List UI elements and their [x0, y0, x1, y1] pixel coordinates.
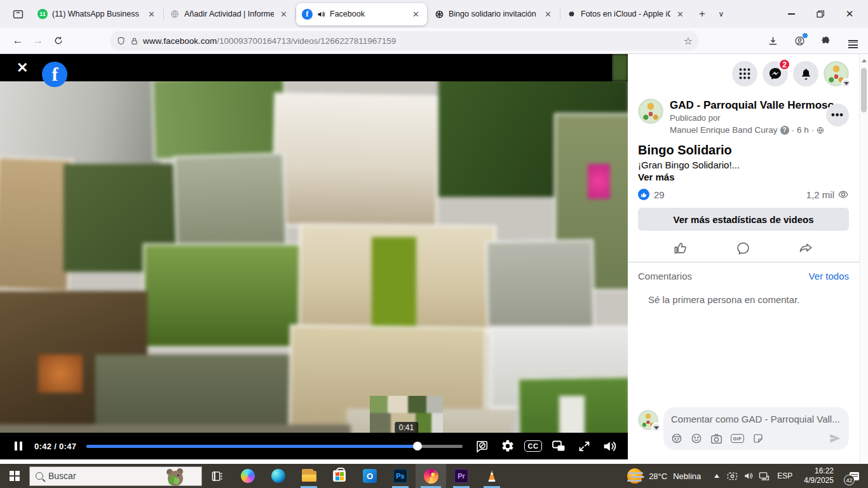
task-view-button[interactable] [202, 464, 233, 488]
tab-close-icon[interactable]: ✕ [146, 8, 157, 20]
menu-icon[interactable] [843, 31, 863, 50]
facebook-logo[interactable]: f [42, 62, 67, 87]
comments-empty-text: Sé la primera persona en comentar. [628, 281, 859, 305]
post-body: ¡Gran Bingo Solidario!... [638, 159, 849, 170]
volume-icon[interactable] [600, 437, 619, 456]
tab-close-icon[interactable]: ✕ [675, 8, 686, 20]
video-collage[interactable] [0, 81, 628, 433]
author-name[interactable]: Manuel Enrique Band Curay [670, 125, 778, 136]
edge-button[interactable] [263, 464, 294, 488]
comments-disabled-icon[interactable] [473, 437, 492, 456]
bookmark-star-icon[interactable]: ☆ [684, 35, 693, 47]
taskbar-clock[interactable]: 16:22 4/9/2025 [797, 466, 840, 485]
tray-expand-chevron[interactable] [709, 464, 724, 488]
messenger-badge: 2 [778, 58, 790, 71]
taskbar-search[interactable]: Buscar [29, 466, 202, 486]
post-time[interactable]: 6 h [797, 125, 809, 136]
share-button[interactable] [799, 241, 813, 255]
forward-button[interactable]: → [28, 31, 48, 50]
gif-icon[interactable]: GIF [731, 434, 744, 443]
lock-icon[interactable] [130, 37, 139, 46]
language-indicator[interactable]: ESP [772, 471, 797, 480]
microsoft-store-button[interactable] [324, 464, 355, 488]
tab-informes[interactable]: Añadir Actividad | Informes Mens ✕ [164, 3, 295, 25]
tab-audio-icon[interactable] [317, 10, 325, 18]
comment-button[interactable] [736, 241, 750, 255]
firefox-view-icon[interactable] [8, 4, 28, 24]
extensions-icon[interactable] [816, 31, 836, 50]
reactions-row: 29 1,2 mil [638, 189, 849, 200]
notification-center-button[interactable]: 42 [840, 464, 868, 488]
reload-button[interactable] [48, 31, 69, 50]
picture-in-picture-icon[interactable] [549, 437, 568, 456]
file-explorer-button[interactable] [294, 464, 324, 488]
sticker-icon[interactable] [752, 433, 764, 444]
window-close-button[interactable]: ✕ [835, 1, 864, 27]
downloads-icon[interactable] [763, 31, 783, 50]
like-reaction-icon[interactable] [638, 189, 649, 200]
post-more-options-button[interactable]: ••• [826, 104, 849, 126]
emoji-icon[interactable] [691, 433, 702, 444]
url-text: www.facebook.com/100093700164713/videos/… [143, 36, 679, 46]
search-highlight-bear[interactable] [166, 468, 185, 486]
settings-gear-icon[interactable] [498, 437, 517, 456]
like-count[interactable]: 29 [654, 189, 665, 200]
tab-close-icon[interactable]: ✕ [278, 8, 289, 20]
page-scrollbar[interactable] [859, 54, 868, 464]
scrollbar-thumb[interactable] [861, 68, 867, 112]
like-button[interactable] [674, 241, 688, 255]
url-field[interactable]: www.facebook.com/100093700164713/videos/… [110, 31, 699, 51]
avatar-sticker-icon[interactable] [671, 433, 682, 444]
messenger-icon[interactable]: 2 [763, 61, 788, 86]
comment-input[interactable]: Comentar como GAD - Parroquial Vall... G… [663, 407, 849, 450]
page-avatar[interactable] [638, 98, 663, 124]
tab-close-icon[interactable]: ✕ [543, 8, 553, 20]
see-all-comments-link[interactable]: Ver todos [809, 271, 849, 281]
post-title: Bingo Solidario [638, 143, 849, 158]
scroll-up-arrow[interactable] [862, 59, 867, 62]
comment-composer: Comentar como GAD - Parroquial Vall... G… [628, 407, 859, 464]
window-restore-button[interactable] [806, 1, 835, 27]
see-more-link[interactable]: Ver más [638, 172, 849, 182]
shield-icon[interactable] [116, 36, 126, 46]
tab-list-dropdown-icon[interactable]: ∨ [712, 4, 731, 24]
vlc-button[interactable] [477, 464, 507, 488]
notifications-bell-icon[interactable] [793, 61, 818, 86]
tab-label: Añadir Actividad | Informes Mens [184, 10, 274, 18]
window-minimize-button[interactable] [776, 1, 806, 27]
progress-bar[interactable] [86, 445, 463, 448]
progress-knob[interactable] [413, 442, 422, 451]
apps-grid-icon[interactable] [732, 61, 757, 86]
tray-volume-icon[interactable] [740, 464, 756, 488]
tab-icloud[interactable]: Fotos en iCloud - Apple iClou ✕ [560, 3, 691, 25]
tray-network-icon[interactable] [756, 464, 772, 488]
firefox-button-active[interactable] [416, 464, 446, 488]
back-button[interactable]: ← [8, 31, 28, 50]
tab-facebook-active[interactable]: f Facebook ✕ [296, 3, 427, 25]
start-button[interactable] [0, 464, 29, 488]
close-video-icon[interactable]: ✕ [17, 60, 28, 76]
composer-avatar[interactable] [638, 410, 658, 430]
tab-close-icon[interactable]: ✕ [410, 8, 421, 20]
pause-button[interactable] [9, 437, 28, 456]
new-tab-button[interactable]: + [693, 4, 712, 24]
send-comment-icon[interactable] [829, 432, 841, 445]
premiere-button[interactable]: Pr [446, 464, 477, 488]
copilot-button[interactable] [233, 464, 263, 488]
fullscreen-icon[interactable] [574, 437, 593, 456]
tab-bingo-invitacion[interactable]: Bingo solidario invitación ✕ [428, 3, 559, 25]
photoshop-button[interactable]: Ps [385, 464, 416, 488]
profile-menu[interactable] [824, 61, 849, 86]
tray-capture-icon[interactable] [724, 464, 740, 488]
video-player[interactable]: ✕ f 0:41 0:42 / 0:47 CC [0, 54, 628, 459]
tab-label: Fotos en iCloud - Apple iClou [581, 10, 670, 18]
account-icon[interactable] [789, 31, 810, 50]
video-stats-button[interactable]: Ver más estadísticas de videos [638, 208, 849, 231]
captions-icon[interactable]: CC [524, 437, 543, 456]
taskbar-weather[interactable]: 28°C Neblina [619, 464, 709, 488]
outlook-button[interactable]: O [355, 464, 385, 488]
browser-address-bar: ← → www.facebook.com/100093700164713/vid… [0, 28, 868, 54]
tab-whatsapp[interactable]: 11 (11) WhatsApp Business ✕ [32, 3, 163, 25]
camera-icon[interactable] [710, 433, 722, 444]
page-name[interactable]: GAD - Parroquial Valle Hermoso [670, 98, 834, 112]
